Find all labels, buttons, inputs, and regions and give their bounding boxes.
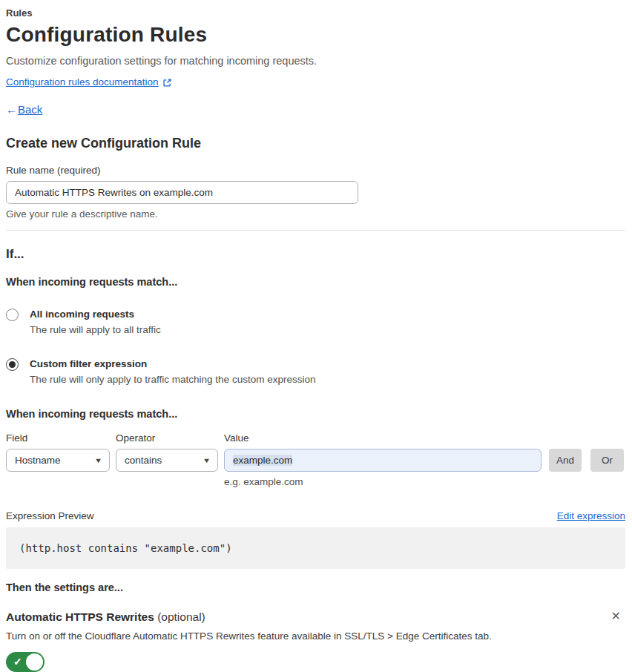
edit-expression-link[interactable]: Edit expression <box>557 510 625 521</box>
value-label: Value <box>224 432 542 444</box>
field-select[interactable]: Hostname ▼ <box>6 449 110 472</box>
check-icon: ✓ <box>13 656 22 668</box>
close-icon[interactable]: ✕ <box>611 610 621 622</box>
radio-option-custom-filter[interactable]: Custom filter expression The rule will o… <box>6 358 625 386</box>
automatic-https-rewrites-toggle[interactable]: ✓ <box>6 652 45 672</box>
radio-dot <box>9 361 16 368</box>
page-description: Customize configuration settings for mat… <box>6 54 625 67</box>
radio-option-all-requests[interactable]: All incoming requests The rule will appl… <box>6 308 625 336</box>
radio-button-unselected[interactable] <box>6 309 19 321</box>
back-link[interactable]: Back <box>18 103 42 116</box>
section-divider <box>6 230 625 231</box>
rule-name-label: Rule name (required) <box>6 165 625 177</box>
builder-heading: When incoming requests match... <box>6 408 625 421</box>
builder-labels-row: Field Operator Value <box>6 432 625 444</box>
toggle-knob <box>26 653 43 671</box>
operator-select[interactable]: contains ▼ <box>116 449 218 472</box>
expression-code: (http.host contains "example.com") <box>6 542 232 554</box>
expression-preview-row: Expression Preview Edit expression <box>6 510 625 521</box>
rule-name-input[interactable] <box>6 181 358 204</box>
field-select-value: Hostname <box>15 455 61 466</box>
value-hint: e.g. example.com <box>224 476 625 487</box>
setting-name-text: Automatic HTTPS Rewrites <box>6 610 154 623</box>
documentation-link[interactable]: Configuration rules documentation <box>6 76 159 88</box>
back-arrow-icon: ← <box>6 103 17 116</box>
setting-header-row: Automatic HTTPS Rewrites (optional) ✕ <box>6 610 625 624</box>
configuration-rules-page: Rules Configuration Rules Customize conf… <box>0 7 632 672</box>
value-input[interactable]: example.com <box>224 449 542 472</box>
rule-name-helper: Give your rule a descriptive name. <box>6 208 625 220</box>
page-title: Configuration Rules <box>6 22 625 47</box>
or-button[interactable]: Or <box>590 449 624 472</box>
external-link-icon <box>162 77 172 87</box>
radio-description: The rule will only apply to traffic matc… <box>30 373 315 386</box>
radio-button-selected[interactable] <box>6 358 19 371</box>
back-link-row: ← Back <box>6 103 625 116</box>
then-section-heading: Then the settings are... <box>6 582 625 594</box>
chevron-down-icon: ▼ <box>203 457 211 464</box>
setting-description: Turn on or off the Cloudflare Automatic … <box>6 630 625 642</box>
and-button[interactable]: And <box>549 449 582 472</box>
operator-label: Operator <box>116 432 224 444</box>
builder-controls-row: Hostname ▼ contains ▼ example.com And Or <box>6 449 625 472</box>
expression-code-block: (http.host contains "example.com") <box>6 527 625 569</box>
create-rule-heading: Create new Configuration Rule <box>6 135 625 151</box>
breadcrumb: Rules <box>6 7 625 19</box>
value-input-text: example.com <box>233 455 292 466</box>
operator-select-value: contains <box>125 455 162 466</box>
radio-label: Custom filter expression <box>30 358 315 370</box>
chevron-down-icon: ▼ <box>94 457 102 464</box>
field-label: Field <box>6 432 116 444</box>
setting-name: Automatic HTTPS Rewrites (optional) <box>6 610 205 624</box>
expression-preview-label: Expression Preview <box>6 510 94 521</box>
radio-label: All incoming requests <box>30 308 161 320</box>
if-section-heading: If... <box>6 247 625 262</box>
setting-optional-label: (optional) <box>157 610 205 623</box>
documentation-link-row: Configuration rules documentation <box>6 76 625 88</box>
match-heading: When incoming requests match... <box>6 276 625 289</box>
radio-description: The rule will apply to all traffic <box>30 323 161 336</box>
